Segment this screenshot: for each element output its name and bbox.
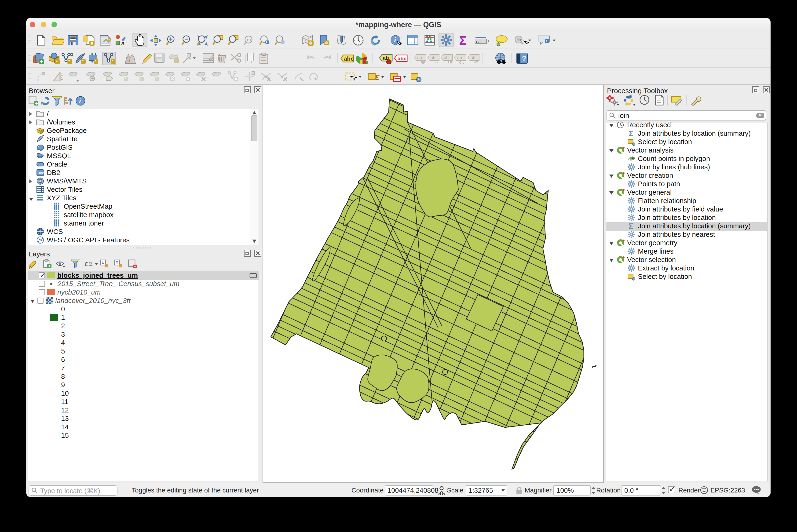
svg-text:Σ: Σ [459,34,467,46]
svg-text:*: * [68,59,70,64]
svg-text:*: * [56,59,58,64]
svg-text:a: a [121,40,125,45]
svg-text:*: * [156,77,157,81]
svg-text:*: * [112,59,113,64]
svg-text:*: * [82,59,84,64]
svg-text:ab: ab [471,55,475,60]
svg-text:Σ: Σ [628,129,633,137]
svg-text:i: i [79,97,81,104]
svg-text:ε: ε [85,260,88,267]
svg-text:1:1: 1:1 [246,38,251,42]
svg-text:Σ: Σ [628,222,633,230]
svg-text:?: ? [522,54,527,63]
svg-text:ab: ab [444,55,449,60]
svg-text:ε: ε [375,72,380,82]
svg-text:*: * [95,59,96,64]
svg-text:*: * [140,77,141,81]
svg-text:abc: abc [344,55,354,62]
svg-text:ab: ab [457,55,462,60]
svg-text:Σ: Σ [631,155,634,159]
svg-text:DB2: DB2 [38,171,44,175]
svg-text:i: i [394,36,396,44]
svg-text:ab: ab [417,55,422,60]
svg-text:ab: ab [431,55,435,60]
svg-text:abc: abc [398,56,406,61]
svg-text:*: * [125,77,126,81]
